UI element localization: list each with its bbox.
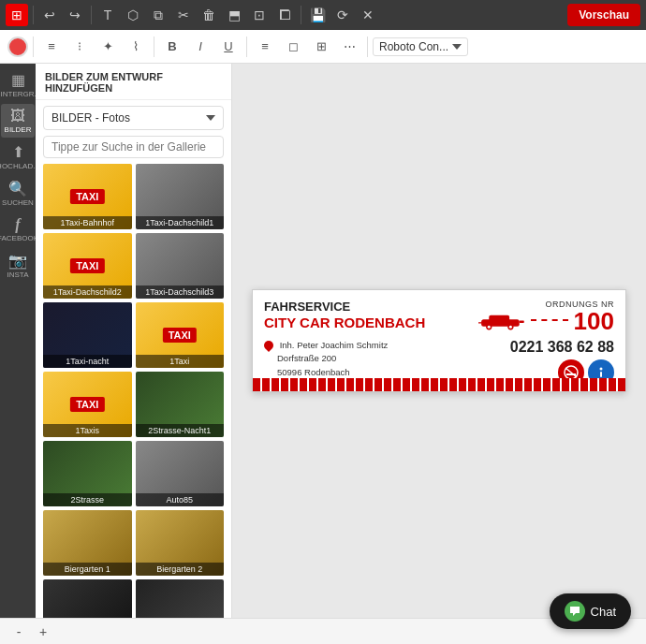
color-picker[interactable] xyxy=(7,37,28,57)
hochladen-icon: ⬆ xyxy=(12,143,24,161)
chat-label: Chat xyxy=(591,605,616,619)
refresh-button[interactable]: ⟳ xyxy=(331,4,354,26)
image-grid: TAXI1Taxi-Bahnhof1Taxi-Dachschild1TAXI1T… xyxy=(36,164,231,618)
svg-point-5 xyxy=(508,326,511,329)
sep-2 xyxy=(154,37,154,57)
delete-button[interactable]: 🗑 xyxy=(198,4,220,26)
sidebar-item-instagram[interactable]: 📷 INSTA xyxy=(1,248,35,283)
left-sidebar: ▦ HINTERGR... 🖼 BILDER ⬆ HOCHLAD... 🔍 SU… xyxy=(0,64,36,618)
business-card[interactable]: FAHRSERVICE CITY CAR RODENBACH ORDNUNGS … xyxy=(252,289,626,392)
separator3 xyxy=(301,6,301,24)
canvas-area[interactable]: FAHRSERVICE CITY CAR RODENBACH ORDNUNGS … xyxy=(232,64,646,618)
image-thumb[interactable]: Fahrer Taxi xyxy=(136,579,225,618)
image-thumb[interactable]: TAXI1Taxi-Dachschild2 xyxy=(43,233,132,299)
svg-rect-12 xyxy=(600,372,602,377)
sep-1 xyxy=(33,37,34,57)
grid-button[interactable]: ⊞ xyxy=(308,34,334,60)
font-selector[interactable]: Roboto Con... xyxy=(373,37,468,56)
bottom-bar: - + xyxy=(0,618,646,644)
main-area: ▦ HINTERGR... 🖼 BILDER ⬆ HOCHLAD... 🔍 SU… xyxy=(0,64,646,618)
chat-icon xyxy=(565,601,585,622)
text-box-button[interactable]: ◻ xyxy=(280,34,306,60)
svg-rect-6 xyxy=(519,320,523,323)
facebook-icon: f xyxy=(15,216,20,233)
image-thumb[interactable]: 1Taxi-nacht xyxy=(43,302,132,368)
cut-button[interactable]: ✂ xyxy=(172,4,195,26)
address-line1: Inh. Peter Joachim Schmitz xyxy=(264,339,388,352)
image-thumb[interactable]: TAXI1Taxis xyxy=(43,372,132,437)
svg-point-4 xyxy=(487,326,490,329)
image-thumb[interactable]: TAXI1Taxi xyxy=(136,302,225,368)
save-button[interactable]: 💾 xyxy=(306,4,329,26)
address-line2: Dorfstraße 200 xyxy=(264,352,388,365)
bilder-icon: 🖼 xyxy=(10,108,25,124)
image-thumb[interactable]: Auto85 xyxy=(136,441,225,506)
top-toolbar: ⊞ ↩ ↪ T ⬡ ⧉ ✂ 🗑 ⬒ ⊡ ⧠ 💾 ⟳ ✕ Vorschau xyxy=(0,0,646,30)
separator2 xyxy=(91,6,92,24)
sep-4 xyxy=(367,37,368,57)
sidebar-item-facebook[interactable]: f FACEBOOK xyxy=(1,212,35,246)
sparkle-button[interactable]: ✦ xyxy=(95,34,121,60)
card-number-row: 100 xyxy=(478,309,614,333)
more-button[interactable]: ⋯ xyxy=(336,34,362,60)
list-button[interactable]: ⁝ xyxy=(66,34,93,60)
car-icon xyxy=(478,312,525,330)
preview-button[interactable]: Vorschau xyxy=(567,4,640,26)
sidebar-item-suchen[interactable]: 🔍 SUCHEN xyxy=(1,176,35,211)
undo-button[interactable]: ↩ xyxy=(38,4,61,26)
location-pin-icon xyxy=(262,339,275,352)
svg-point-11 xyxy=(600,368,603,371)
redo-button[interactable]: ↪ xyxy=(64,4,86,26)
shape-button[interactable]: ⬡ xyxy=(122,4,144,26)
card-top: FAHRSERVICE CITY CAR RODENBACH ORDNUNGS … xyxy=(253,290,625,337)
company-info: FAHRSERVICE CITY CAR RODENBACH xyxy=(264,300,425,331)
instagram-icon: 📷 xyxy=(8,252,27,270)
company-name-line2: CITY CAR RODENBACH xyxy=(264,315,425,331)
image-thumb[interactable]: 2Strasse-Nacht1 xyxy=(136,372,225,437)
close-button[interactable]: ✕ xyxy=(357,4,379,26)
search-box xyxy=(43,136,224,158)
image-thumb[interactable]: Biergarten 1 xyxy=(43,510,132,576)
card-number: 100 xyxy=(574,309,614,333)
image-thumb[interactable]: Biergarten 2 xyxy=(136,510,225,576)
image-thumb[interactable]: 1Taxi-Dachschild1 xyxy=(136,164,225,229)
svg-line-10 xyxy=(565,368,577,377)
image-thumb[interactable]: 1Taxi-Dachschild3 xyxy=(136,233,225,299)
align-button[interactable]: ≡ xyxy=(38,34,65,60)
address-block: Inh. Peter Joachim Schmitz Dorfstraße 20… xyxy=(264,339,388,379)
sidebar-item-bilder[interactable]: 🖼 BILDER xyxy=(1,104,35,138)
image-thumb[interactable]: TAXI1Taxi-Bahnhof xyxy=(43,164,132,229)
zoom-in-button[interactable]: + xyxy=(34,622,52,641)
align-left-button[interactable]: ≡ xyxy=(252,34,278,60)
sep-3 xyxy=(246,37,247,57)
address-line3: 50996 Rodenbach xyxy=(264,366,388,379)
bold-button[interactable]: B xyxy=(159,34,185,60)
category-dropdown[interactable]: BILDER - Fotos xyxy=(43,106,224,130)
chat-button[interactable]: Chat xyxy=(550,593,631,629)
separator1 xyxy=(33,6,34,24)
image-thumb[interactable]: Fahrerinnenraum xyxy=(43,579,132,618)
zoom-out-button[interactable]: - xyxy=(9,622,28,641)
sidebar-item-hintergrund[interactable]: ▦ HINTERGR... xyxy=(1,67,35,102)
phone-number: 0221 368 62 88 xyxy=(510,339,614,356)
move-button[interactable]: ⊡ xyxy=(248,4,271,26)
italic-button[interactable]: I xyxy=(187,34,213,60)
card-right-top: ORDNUNGS NR xyxy=(478,300,614,333)
grid-icon[interactable]: ⊞ xyxy=(6,4,28,26)
suchen-icon: 🔍 xyxy=(8,180,27,198)
card-bottom-stripe xyxy=(253,378,625,391)
layers-button[interactable]: ⧠ xyxy=(273,4,296,26)
image-panel: BILDER ZUM ENTWURF HINZUFÜGEN BILDER - F… xyxy=(36,64,232,618)
format-toolbar: ≡ ⁝ ✦ ⌇ B I U ≡ ◻ ⊞ ⋯ Roboto Con... xyxy=(0,30,646,64)
duplicate-button[interactable]: ⬒ xyxy=(223,4,245,26)
underline-button[interactable]: U xyxy=(215,34,242,60)
sidebar-item-hochladen[interactable]: ⬆ HOCHLAD... xyxy=(1,139,35,174)
search-input[interactable] xyxy=(51,140,215,154)
divider-button[interactable]: ⌇ xyxy=(123,34,149,60)
copy-button[interactable]: ⧉ xyxy=(147,4,169,26)
image-thumb[interactable]: 2Strasse xyxy=(43,441,132,506)
svg-rect-1 xyxy=(489,315,509,323)
panel-header: BILDER ZUM ENTWURF HINZUFÜGEN xyxy=(36,64,231,100)
company-name-line1: FAHRSERVICE xyxy=(264,300,425,315)
text-button[interactable]: T xyxy=(96,4,119,26)
